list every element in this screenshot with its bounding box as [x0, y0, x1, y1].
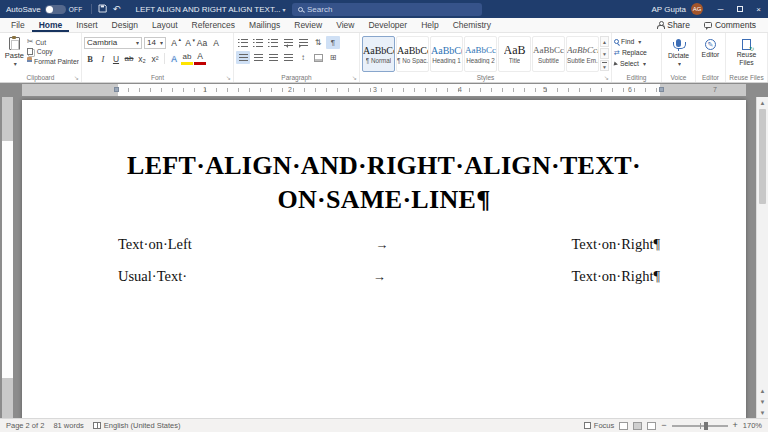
shrink-font-button[interactable]: A [182, 36, 194, 49]
zoom-out-icon[interactable]: − [661, 421, 666, 430]
underline-button[interactable]: U [110, 52, 122, 65]
dictate-button[interactable]: Dictate [664, 35, 693, 67]
text-highlight-button[interactable]: ab [181, 52, 193, 65]
tab-layout[interactable]: Layout [145, 18, 185, 32]
format-painter-button[interactable]: Format Painter [27, 57, 79, 65]
justify-button[interactable] [281, 51, 295, 64]
reuse-files-button[interactable]: Reuse Files [728, 35, 765, 67]
style-normal[interactable]: AaBbCcD¶ Normal [362, 36, 395, 72]
subscript-button[interactable]: x₂ [136, 52, 148, 65]
print-layout-button[interactable] [633, 422, 642, 430]
read-mode-button[interactable] [619, 422, 628, 430]
cut-button[interactable]: ✂Cut [27, 38, 79, 46]
paragraph-dialog-launcher-icon[interactable] [352, 74, 357, 81]
minimize-button[interactable]: ─ [711, 0, 730, 18]
scroll-up-icon[interactable]: ▲ [757, 97, 768, 108]
italic-button[interactable]: I [97, 52, 109, 65]
style-subtitle[interactable]: AaBbCcDSubtitle [532, 36, 565, 72]
right-indent-marker[interactable] [659, 87, 664, 92]
focus-mode-button[interactable]: Focus [584, 421, 614, 430]
proofing-status[interactable]: English (United States) [93, 421, 181, 430]
font-name-combo[interactable]: Cambria [84, 37, 142, 49]
clipboard-dialog-launcher-icon[interactable] [74, 74, 79, 81]
font-dialog-launcher-icon[interactable] [226, 74, 231, 81]
scrollbar-thumb[interactable] [759, 109, 766, 204]
bullets-button[interactable] [236, 36, 250, 49]
tab-design[interactable]: Design [105, 18, 145, 32]
tab-insert[interactable]: Insert [69, 18, 104, 32]
horizontal-ruler[interactable]: 1 2 3 4 5 6 7 [22, 84, 746, 96]
styles-more-icon[interactable]: ▼ [600, 60, 609, 71]
next-page-icon[interactable]: ▼ [757, 396, 768, 407]
autosave-toggle[interactable] [45, 5, 66, 14]
text-effects-button[interactable]: A [168, 52, 180, 65]
multilevel-list-button[interactable] [266, 36, 280, 49]
word-count[interactable]: 81 words [53, 421, 83, 430]
zoom-slider[interactable] [672, 425, 728, 427]
styles-scroll-down-icon[interactable]: ▼ [600, 48, 609, 59]
bold-button[interactable]: B [84, 52, 96, 65]
copy-button[interactable]: Copy [27, 48, 79, 55]
font-color-button[interactable]: A [194, 52, 206, 65]
style-heading-1[interactable]: AaBbC(Heading 1 [430, 36, 463, 72]
align-left-button[interactable] [236, 51, 250, 64]
line-spacing-button[interactable]: ↕ [296, 51, 310, 64]
styles-scroll-up-icon[interactable]: ▲ [600, 36, 609, 47]
align-center-button[interactable] [251, 51, 265, 64]
undo-icon[interactable]: ↶ [110, 4, 124, 14]
tab-home[interactable]: Home [32, 18, 70, 32]
borders-button[interactable]: ⊞ [326, 51, 340, 64]
page-indicator[interactable]: Page 2 of 2 [6, 421, 44, 430]
left-indent-marker[interactable] [114, 87, 119, 92]
tab-review[interactable]: Review [287, 18, 329, 32]
find-button[interactable]: Find [614, 36, 659, 47]
previous-page-icon[interactable]: ▲ [757, 385, 768, 396]
decrease-indent-button[interactable] [281, 36, 295, 49]
tab-references[interactable]: References [185, 18, 242, 32]
select-button[interactable]: Select [614, 58, 659, 69]
tab-file[interactable]: File [4, 18, 32, 32]
superscript-button[interactable]: x² [149, 52, 161, 65]
style-title[interactable]: AaBTitle [498, 36, 531, 72]
maximize-button[interactable] [730, 0, 749, 18]
style-heading-2[interactable]: AaBbCcEHeading 2 [464, 36, 497, 72]
shading-button[interactable] [311, 51, 325, 64]
clear-formatting-button[interactable]: A [210, 36, 222, 49]
show-hide-marks-button[interactable]: ¶ [326, 36, 340, 49]
numbering-button[interactable] [251, 36, 265, 49]
document-page[interactable]: LEFT·ALIGN·AND·RIGHT·ALIGN·TEXT· ON·SAME… [22, 100, 746, 418]
user-avatar[interactable]: AG [691, 3, 703, 15]
save-icon[interactable] [96, 4, 110, 15]
close-button[interactable]: × [749, 0, 768, 18]
vertical-ruler[interactable] [2, 97, 13, 418]
replace-button[interactable]: ⇄Replace [614, 47, 659, 58]
editor-button[interactable]: ✎ Editor [698, 35, 723, 58]
tab-view[interactable]: View [329, 18, 361, 32]
sort-button[interactable]: ⇅ [311, 36, 325, 49]
grow-font-button[interactable]: A [168, 36, 180, 49]
increase-indent-button[interactable] [296, 36, 310, 49]
zoom-in-icon[interactable]: + [733, 421, 738, 430]
tab-developer[interactable]: Developer [361, 18, 414, 32]
tab-chemistry[interactable]: Chemistry [446, 18, 498, 32]
font-size-combo[interactable]: 14 [144, 37, 166, 49]
vertical-scrollbar[interactable]: ▲ ▲ ▼ ▼ [756, 97, 768, 418]
user-name[interactable]: AP Gupta [651, 5, 686, 14]
comments-button[interactable]: Comments [698, 20, 762, 30]
tab-help[interactable]: Help [414, 18, 445, 32]
strikethrough-button[interactable]: ab [123, 52, 135, 65]
zoom-level[interactable]: 170% [743, 421, 762, 430]
share-button[interactable]: Share [650, 20, 696, 30]
scroll-down-icon[interactable]: ▼ [757, 407, 768, 418]
search-box[interactable]: Search [292, 3, 482, 16]
paste-button[interactable]: Paste [2, 35, 27, 71]
style-no-spacing[interactable]: AaBbCcD¶ No Spac... [396, 36, 429, 72]
zoom-slider-handle[interactable] [704, 422, 708, 430]
tab-mailings[interactable]: Mailings [242, 18, 287, 32]
style-subtle-emphasis[interactable]: AaBbCcDSubtle Em... [566, 36, 599, 72]
styles-dialog-launcher-icon[interactable] [604, 74, 609, 81]
web-layout-button[interactable] [647, 422, 656, 430]
change-case-button[interactable]: Aa [196, 36, 208, 49]
align-right-button[interactable] [266, 51, 280, 64]
document-title[interactable]: LEFT ALIGN AND RIGHT ALIGN TEXT... [136, 5, 281, 14]
